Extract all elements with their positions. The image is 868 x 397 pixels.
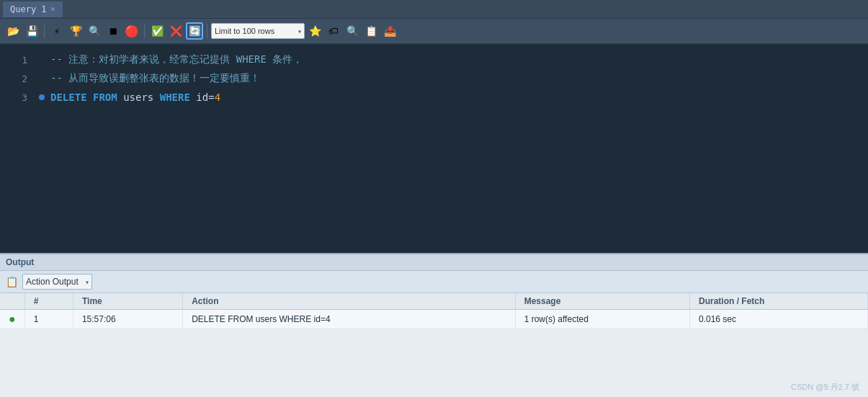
bookmark-icon[interactable]: ⭐ (306, 22, 323, 40)
output-label: Output (6, 257, 34, 267)
line-number-1: 1 (7, 55, 27, 66)
row-message: 1 row(s) affected (515, 310, 689, 329)
query-tab[interactable]: Query 1 × (3, 1, 63, 17)
schema-icon[interactable]: 🔴 (123, 22, 140, 40)
output-table: # Time Action Message Duration / Fetch ●… (0, 293, 868, 329)
col-duration: Duration / Fetch (690, 293, 868, 310)
tag-icon[interactable]: 🏷 (325, 22, 342, 40)
export-icon[interactable]: 📤 (381, 22, 398, 40)
output-toolbar-icon: 📋 (6, 276, 18, 287)
line-number-3: 3 (7, 92, 27, 103)
format-icon[interactable]: 📋 (362, 22, 380, 40)
action-output-select[interactable]: Action Output (22, 274, 92, 290)
open-file-icon[interactable]: 📂 (4, 22, 22, 40)
col-message: Message (515, 293, 689, 310)
stop-icon[interactable]: ⏹ (104, 22, 122, 40)
check-icon[interactable]: ✅ (148, 22, 166, 40)
line-content-3: DELETE FROM users WHERE id=4 (50, 92, 220, 103)
row-status-icon: ● (0, 310, 24, 329)
output-header: Output (0, 254, 868, 271)
limit-select[interactable]: Limit to 100 rowsLimit to 200 rowsDon't … (211, 23, 305, 39)
text-users: users (123, 92, 160, 103)
line-dot-3 (39, 94, 45, 100)
line-content-1: -- 注意：对初学者来说，经常忘记提供 WHERE 条件， (50, 53, 303, 66)
separator-1 (44, 24, 45, 38)
sql-editor[interactable]: 1 -- 注意：对初学者来说，经常忘记提供 WHERE 条件， 2 -- 从而导… (0, 45, 868, 253)
search-icon[interactable]: 🔍 (344, 22, 361, 40)
col-number: # (24, 293, 73, 310)
output-table-container: # Time Action Message Duration / Fetch ●… (0, 293, 868, 329)
keyword-where: WHERE (160, 92, 190, 103)
row-duration: 0.016 sec (690, 310, 868, 329)
row-time: 15:57:06 (73, 310, 182, 329)
col-time: Time (73, 293, 182, 310)
text-id: id= (196, 92, 214, 103)
editor-line-3: 3 DELETE FROM users WHERE id=4 (0, 88, 868, 107)
editor-line-2: 2 -- 从而导致误删整张表的数据！一定要慎重！ (0, 69, 868, 88)
row-action: DELETE FROM users WHERE id=4 (183, 310, 515, 329)
keyword-delete: DELETE FROM (50, 92, 117, 103)
breakpoint-bullet (39, 94, 45, 100)
editor-line-1: 1 -- 注意：对初学者来说，经常忘记提供 WHERE 条件， (0, 50, 868, 69)
separator-3 (207, 24, 207, 38)
col-action: Action (183, 293, 515, 310)
line-number-2: 2 (7, 73, 27, 84)
execute-icon[interactable]: ⚡ (48, 22, 66, 40)
cancel-icon[interactable]: ❌ (167, 22, 184, 40)
toolbar: 📂 💾 ⚡ 🏆 🔍 ⏹ 🔴 ✅ ❌ 🔄 Limit to 100 rowsLim… (0, 19, 868, 45)
refresh-icon[interactable]: 🔄 (186, 22, 203, 40)
explain-icon[interactable]: 🔍 (86, 22, 103, 40)
limit-select-wrapper[interactable]: Limit to 100 rowsLimit to 200 rowsDon't … (211, 23, 305, 39)
tab-label: Query 1 (10, 4, 47, 14)
save-icon[interactable]: 💾 (23, 22, 40, 40)
table-header-row: # Time Action Message Duration / Fetch (0, 293, 868, 310)
output-toolbar: 📋 Action Output (0, 271, 868, 293)
table-row: ● 1 15:57:06 DELETE FROM users WHERE id=… (0, 310, 868, 329)
execute-selection-icon[interactable]: 🏆 (67, 22, 84, 40)
action-output-wrapper[interactable]: Action Output (22, 274, 92, 290)
separator-2 (144, 24, 145, 38)
line-content-2: -- 从而导致误删整张表的数据！一定要慎重！ (50, 72, 260, 85)
row-number: 1 (24, 310, 73, 329)
watermark: CSDN @9.丹2.7.號 (791, 382, 859, 393)
output-section: Output 📋 Action Output # Time Action Mes… (0, 253, 868, 397)
col-status (0, 293, 24, 310)
tab-bar: Query 1 × (0, 0, 868, 19)
tab-close-button[interactable]: × (51, 5, 55, 13)
value-4: 4 (215, 92, 220, 103)
